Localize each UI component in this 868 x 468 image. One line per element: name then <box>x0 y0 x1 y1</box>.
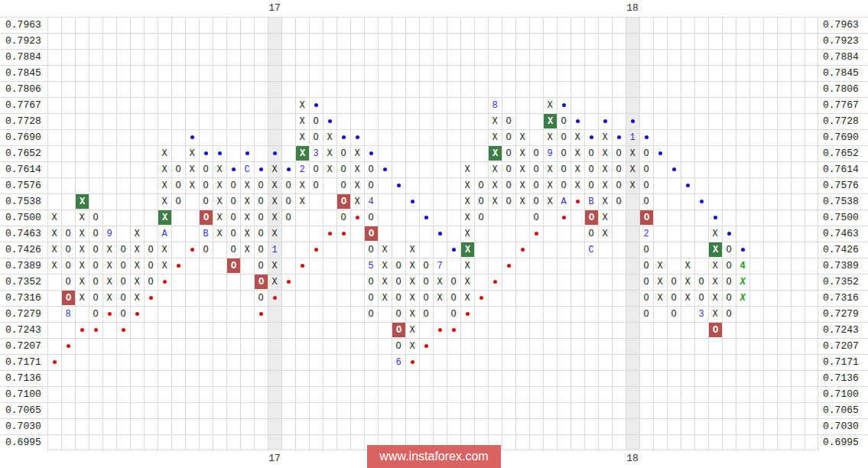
price-label-left: 0.7538 <box>0 193 47 210</box>
pf-cell-m: 9 <box>543 145 557 161</box>
pf-cell-o: O <box>392 290 405 306</box>
pf-cell-o: O <box>89 226 102 242</box>
pf-cell-o: O <box>639 258 653 274</box>
pf-cell-o: O <box>419 258 433 274</box>
pf-cell-ro: O <box>640 210 653 225</box>
pf-cell-x: X <box>598 210 612 226</box>
pf-cell-x: X <box>460 258 474 274</box>
pf-cell-x: X <box>75 274 89 290</box>
pf-cell-o: O <box>171 161 185 177</box>
pf-cell-x: X <box>378 258 392 274</box>
pf-cell-m: 6 <box>392 354 405 370</box>
pf-cell-o: O <box>364 161 378 177</box>
pf-cell-x: X <box>213 193 226 210</box>
pf-cell-o: O <box>529 161 543 177</box>
pf-cell-m: 2 <box>295 161 309 177</box>
price-label-right: 0.7279 <box>818 306 868 322</box>
year-axis-top: 1718 <box>0 0 868 17</box>
pf-cell-x: X <box>460 161 474 177</box>
pf-cell-o: O <box>199 193 213 210</box>
pf-cell-o: O <box>226 210 240 226</box>
pf-cell-gx: X <box>158 210 171 225</box>
pf-cell-bd <box>405 193 419 210</box>
pf-cell-x: X <box>405 274 419 290</box>
pf-cell-bd <box>281 161 295 177</box>
pf-cell-x: X <box>460 226 474 242</box>
pf-cell-x: X <box>626 177 639 193</box>
pf-cell-x: X <box>213 177 226 193</box>
pf-cell-o: O <box>639 145 653 161</box>
pf-cell-o: O <box>639 290 653 306</box>
pf-cell-o: O <box>447 290 460 306</box>
pf-cell-rd <box>102 306 116 322</box>
pf-cell-o: O <box>144 274 158 290</box>
year-label-top: 18 <box>626 0 639 17</box>
pf-cell-bd <box>447 242 460 258</box>
price-label-right: 0.7426 <box>818 242 868 258</box>
pf-cell-m: 8 <box>488 97 502 113</box>
pf-cell-x: X <box>488 193 502 210</box>
pf-cell-o: O <box>199 242 213 258</box>
pf-cell-x: X <box>653 274 667 290</box>
pf-cell-bd <box>598 113 612 129</box>
pf-cell-x: X <box>268 258 281 274</box>
pf-cell-o: O <box>557 145 571 161</box>
pf-cell-bd <box>681 177 694 193</box>
pf-cell-rd <box>75 322 89 338</box>
pf-cell-x: X <box>571 161 584 177</box>
pf-cell-x: X <box>130 258 144 274</box>
pf-cell-o: O <box>226 193 240 210</box>
pf-cell-o: O <box>722 274 736 290</box>
pf-cell-ro: O <box>200 210 213 225</box>
pf-cell-x: X <box>158 177 171 193</box>
pf-cell-bd <box>392 177 405 193</box>
pf-cell-o: O <box>254 193 268 210</box>
price-label-left: 0.7845 <box>0 65 47 81</box>
pf-cell-rd <box>130 306 144 322</box>
pf-cell-bd <box>419 210 433 226</box>
pf-cell-bd <box>584 129 598 145</box>
price-label-right: 0.7352 <box>818 274 868 290</box>
pf-cell-rd <box>254 306 268 322</box>
pf-cell-o: O <box>281 177 295 193</box>
pf-cell-x: X <box>102 242 116 258</box>
pf-cell-x: X <box>185 145 199 161</box>
pf-cell-m: A <box>158 226 171 242</box>
pf-cell-x: X <box>571 129 584 145</box>
pf-cell-ro: O <box>227 258 240 273</box>
pf-cell-o: O <box>61 226 75 242</box>
pf-cell-x: X <box>460 177 474 193</box>
pf-cell-m: 3 <box>309 145 323 161</box>
price-axis-right: 0.79630.79230.78840.78450.78060.77670.77… <box>818 17 868 450</box>
pf-cell-o: O <box>392 306 405 322</box>
pf-cell-o: O <box>667 290 681 306</box>
pf-cell-gx: X <box>544 114 557 128</box>
pf-cell-o: O <box>116 258 130 274</box>
pf-cell-o: O <box>309 177 323 193</box>
pf-cell-bd <box>708 210 722 226</box>
price-label-left: 0.7884 <box>0 49 47 65</box>
pf-cell-x: X <box>75 242 89 258</box>
pf-cell-o: O <box>199 161 213 177</box>
pf-cell-x: X <box>130 242 144 258</box>
price-label-right: 0.7806 <box>818 81 868 97</box>
pf-cell-o: O <box>529 193 543 210</box>
pf-cell-o: O <box>254 242 268 258</box>
pf-cell-o: O <box>502 193 515 210</box>
pf-cell-rd <box>502 258 515 274</box>
pf-cell-x: X <box>598 177 612 193</box>
pf-cell-o: O <box>612 145 626 161</box>
pf-cell-x: X <box>130 226 144 242</box>
year-label-bottom: 18 <box>626 450 639 467</box>
pf-cell-bd <box>213 145 226 161</box>
pf-cell-x: X <box>130 290 144 306</box>
pf-cell-rd <box>447 322 460 338</box>
price-label-right: 0.7767 <box>818 97 868 113</box>
pf-cell-x: X <box>240 226 254 242</box>
pf-cell-m: 5 <box>364 258 378 274</box>
pf-cell-gx: X <box>709 242 722 257</box>
pf-cell-rd <box>529 226 543 242</box>
pf-cell-m: 1 <box>626 129 639 145</box>
pf-cell-o: O <box>639 274 653 290</box>
pf-cell-rd <box>281 274 295 290</box>
